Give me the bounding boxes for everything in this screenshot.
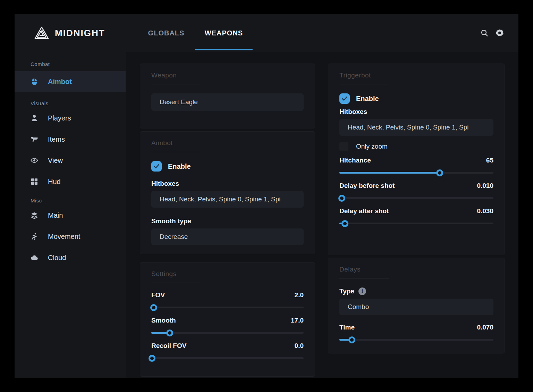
header: MIDNIGHT GLOBALS WEAPONS [15, 14, 518, 52]
settings-panel: Settings FOV 2.0 Smooth 17.0 [140, 262, 315, 377]
fov-slider-group: FOV 2.0 [151, 291, 304, 308]
sidebar-item-aimbot[interactable]: Aimbot [15, 71, 126, 92]
hitchance-slider-track[interactable] [339, 172, 493, 174]
time-slider-knob[interactable] [348, 336, 355, 343]
cloud-icon [31, 254, 38, 261]
layers-icon [31, 211, 38, 219]
checkmark-icon [153, 163, 160, 169]
panel-title: Triggerbot [339, 72, 493, 79]
recoil-fov-value: 0.0 [295, 342, 304, 350]
only-zoom-checkbox[interactable] [339, 142, 348, 151]
sidebar-item-view[interactable]: View [15, 153, 126, 168]
triggerbot-enable-row: Enable [339, 93, 493, 104]
triggerbot-enable-label: Enable [356, 95, 379, 103]
tab-globals-label: GLOBALS [148, 29, 185, 37]
active-tab-underline [195, 49, 253, 50]
time-slider-group: Time 0.070 [339, 324, 493, 341]
info-icon[interactable]: i [358, 287, 366, 295]
delay-before-shot-slider-track[interactable] [339, 197, 493, 199]
content-column-right: Triggerbot Enable Hitboxes Head, Neck, P… [328, 64, 505, 378]
delay-before-shot-slider-group: Delay before shot 0.010 [339, 182, 493, 199]
triggerbot-hitboxes-label: Hitboxes [339, 108, 493, 116]
aimbot-hitboxes-label: Hitboxes [151, 180, 304, 187]
delay-after-shot-label: Delay after shot [339, 207, 389, 215]
aimbot-enable-label: Enable [168, 162, 191, 170]
checkmark-icon [341, 95, 348, 102]
slider-fill [339, 172, 440, 174]
recoil-fov-slider-knob[interactable] [149, 355, 155, 362]
aimbot-enable-checkbox[interactable] [151, 161, 162, 172]
sidebar-section-misc: Misc [31, 198, 126, 203]
grid-icon [31, 178, 38, 185]
weapon-panel: Weapon Desert Eagle [140, 64, 315, 128]
sidebar-item-hud[interactable]: Hud [15, 174, 126, 189]
delay-before-shot-label: Delay before shot [339, 182, 395, 190]
triggerbot-hitboxes-value: Head, Neck, Pelvis, Spine 0, Spine 1, Sp… [348, 124, 469, 131]
hitchance-label: Hitchance [339, 157, 371, 164]
triggerbot-hitboxes-select[interactable]: Head, Neck, Pelvis, Spine 0, Spine 1, Sp… [339, 119, 493, 136]
sidebar-section-visuals: Visuals [31, 100, 126, 106]
delay-after-shot-value: 0.030 [477, 207, 493, 215]
hitchance-slider-group: Hitchance 65 [339, 157, 493, 174]
aimbot-panel: Aimbot Enable Hitboxes Head, Neck, Pelvi… [140, 131, 315, 254]
type-label-row: Type i [339, 287, 493, 295]
sidebar-item-label: Main [48, 211, 63, 219]
sidebar-item-players[interactable]: Players [15, 110, 126, 126]
type-select[interactable]: Combo [339, 299, 493, 315]
fov-slider-knob[interactable] [150, 304, 157, 311]
content-column-left: Weapon Desert Eagle Aimbot Enable Hitbox… [140, 64, 315, 378]
divider [151, 84, 200, 84]
midnight-logo-icon [34, 26, 49, 40]
delay-before-shot-value: 0.010 [477, 182, 493, 190]
mouse-icon [31, 78, 38, 85]
sidebar-item-movement[interactable]: Movement [15, 229, 126, 244]
smooth-value: 17.0 [291, 317, 304, 324]
app-window: MIDNIGHT GLOBALS WEAPONS Combat [15, 14, 518, 378]
tab-globals[interactable]: GLOBALS [137, 14, 195, 52]
weapon-select[interactable]: Desert Eagle [151, 93, 304, 111]
person-icon [31, 114, 38, 122]
search-icon[interactable] [480, 29, 489, 37]
smooth-label: Smooth [151, 317, 176, 324]
type-select-value: Combo [348, 303, 369, 311]
delay-after-shot-slider-track[interactable] [339, 223, 493, 224]
time-slider-track[interactable] [339, 339, 493, 341]
delay-before-shot-slider-knob[interactable] [338, 195, 345, 202]
sidebar-item-label: Movement [48, 233, 80, 241]
divider [339, 84, 389, 84]
sidebar: Combat Aimbot Visuals Players Items [15, 52, 126, 378]
hitchance-slider-knob[interactable] [436, 169, 443, 176]
aimbot-hitboxes-select[interactable]: Head, Neck, Pelvis, Spine 0, Spine 1, Sp… [151, 191, 304, 208]
divider [151, 152, 200, 152]
weapon-select-value: Desert Eagle [160, 98, 198, 106]
sidebar-item-main[interactable]: Main [15, 208, 126, 223]
fov-label: FOV [151, 291, 165, 299]
settings-gear-icon[interactable] [496, 29, 504, 37]
hitchance-value: 65 [486, 157, 493, 164]
tab-bar: GLOBALS WEAPONS [137, 14, 253, 52]
only-zoom-label: Only zoom [356, 143, 388, 150]
smooth-slider-knob[interactable] [166, 330, 173, 336]
brand: MIDNIGHT [34, 14, 105, 52]
panel-title: Aimbot [151, 139, 304, 147]
triggerbot-enable-checkbox[interactable] [339, 93, 350, 104]
divider [339, 278, 389, 278]
delay-after-shot-slider-knob[interactable] [341, 220, 348, 227]
runner-icon [31, 233, 38, 240]
sidebar-item-label: Hud [48, 178, 61, 186]
smooth-slider-group: Smooth 17.0 [151, 317, 304, 334]
triggerbot-panel: Triggerbot Enable Hitboxes Head, Neck, P… [328, 64, 505, 255]
delays-panel: Delays Type i Combo Time 0.070 [328, 258, 505, 353]
aimbot-enable-row: Enable [151, 161, 304, 172]
delay-after-shot-slider-group: Delay after shot 0.030 [339, 207, 493, 224]
sidebar-item-cloud[interactable]: Cloud [15, 250, 126, 265]
sidebar-item-items[interactable]: Items [15, 132, 126, 147]
smooth-slider-track[interactable] [151, 332, 304, 334]
aimbot-smooth-type-select[interactable]: Decrease [151, 228, 304, 245]
recoil-fov-slider-track[interactable] [151, 357, 304, 359]
fov-slider-track[interactable] [151, 307, 304, 308]
fov-value: 2.0 [295, 291, 304, 299]
tab-weapons[interactable]: WEAPONS [195, 14, 253, 52]
aimbot-smooth-type-label: Smooth type [151, 217, 304, 225]
panel-title: Weapon [151, 72, 304, 79]
